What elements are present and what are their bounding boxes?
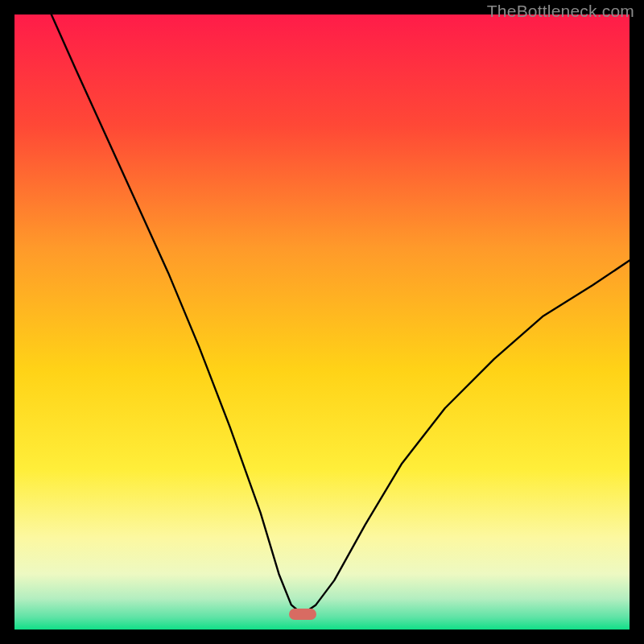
chart-stage: TheBottleneck.com bbox=[0, 0, 644, 644]
plot-area bbox=[14, 14, 630, 630]
bottleneck-curve bbox=[14, 14, 630, 630]
watermark-text: TheBottleneck.com bbox=[487, 2, 634, 21]
optimal-point-marker bbox=[289, 609, 316, 620]
